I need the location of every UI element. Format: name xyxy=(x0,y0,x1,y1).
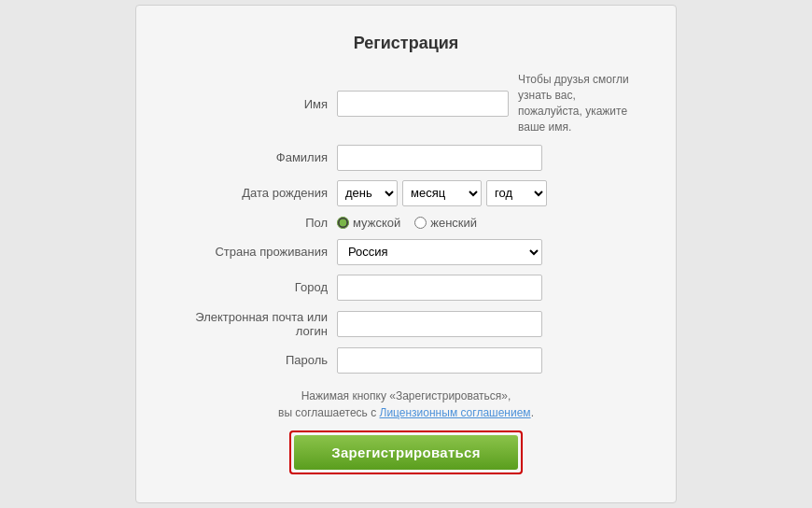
city-input[interactable] xyxy=(337,275,542,301)
email-label: Электронная почта или логин xyxy=(174,310,337,338)
gender-female-label: женский xyxy=(430,216,477,230)
surname-row: Фамилия xyxy=(174,145,638,171)
dob-year-select[interactable]: год xyxy=(486,180,547,206)
surname-input[interactable] xyxy=(337,145,542,171)
country-row: Страна проживания Россия xyxy=(174,239,638,265)
city-row: Город xyxy=(174,275,638,301)
gender-label: Пол xyxy=(174,216,337,230)
country-select[interactable]: Россия xyxy=(337,239,542,265)
name-hint: Чтобы друзья смогли узнать вас, пожалуйс… xyxy=(518,72,638,134)
gender-male-label: мужской xyxy=(353,216,400,230)
gender-female-radio[interactable] xyxy=(414,217,427,229)
password-input[interactable] xyxy=(337,347,542,374)
gender-male-radio[interactable] xyxy=(337,217,349,229)
surname-label: Фамилия xyxy=(174,150,337,164)
country-label: Страна проживания xyxy=(174,245,337,259)
gender-row: Пол мужской женский xyxy=(174,216,638,230)
gender-options: мужской женский xyxy=(337,216,477,230)
password-label: Пароль xyxy=(174,353,337,367)
agreement-line1: Нажимая кнопку «Зарегистрироваться», xyxy=(301,389,511,402)
dob-day-select[interactable]: день xyxy=(337,180,398,206)
name-input[interactable] xyxy=(337,91,509,117)
registration-form: Регистрация Имя Чтобы друзья смогли узна… xyxy=(135,5,677,502)
name-label: Имя xyxy=(174,97,337,111)
gender-female-option[interactable]: женский xyxy=(414,216,477,230)
agreement-end: . xyxy=(531,406,534,419)
gender-male-option[interactable]: мужской xyxy=(337,216,400,230)
agreement-text: Нажимая кнопку «Зарегистрироваться», вы … xyxy=(174,388,638,421)
dob-selects: день месяц год xyxy=(337,180,547,206)
dob-month-select[interactable]: месяц xyxy=(402,180,482,206)
agreement-link[interactable]: Лицензионным соглашением xyxy=(380,406,531,419)
name-row: Имя Чтобы друзья смогли узнать вас, пожа… xyxy=(174,72,638,134)
form-title: Регистрация xyxy=(174,34,638,53)
dob-row: Дата рождения день месяц год xyxy=(174,180,638,206)
city-label: Город xyxy=(174,280,337,294)
email-input[interactable] xyxy=(337,311,542,337)
email-row: Электронная почта или логин xyxy=(174,310,638,338)
password-row: Пароль xyxy=(174,347,638,374)
register-button[interactable]: Зарегистрироваться xyxy=(294,435,518,470)
register-btn-wrapper: Зарегистрироваться xyxy=(174,430,638,474)
dob-label: Дата рождения xyxy=(174,186,337,200)
agreement-line2: вы соглашаетесь с xyxy=(278,406,379,419)
register-btn-outline: Зарегистрироваться xyxy=(289,430,523,474)
